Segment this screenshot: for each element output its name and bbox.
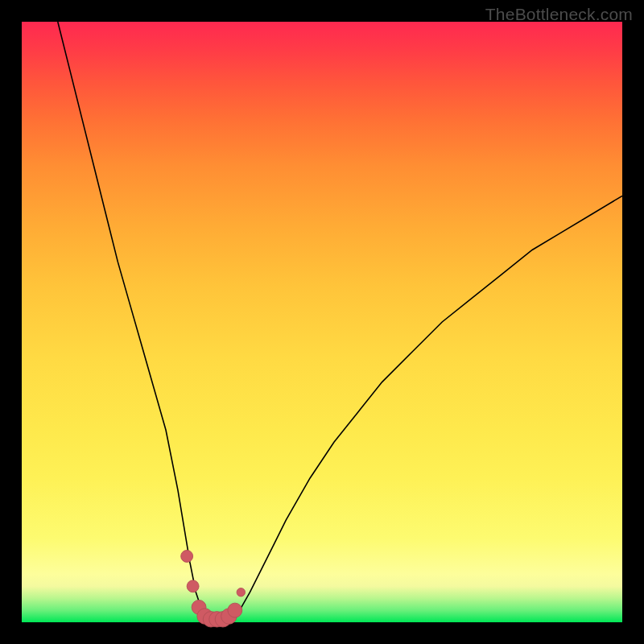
marker-point: [228, 603, 242, 617]
watermark-text: TheBottleneck.com: [485, 5, 633, 24]
chart-svg: [22, 22, 622, 622]
bottleneck-curve: [58, 22, 622, 622]
marker-point: [187, 580, 199, 592]
chart-frame: TheBottleneck.com: [0, 0, 644, 644]
marker-group: [181, 550, 246, 626]
marker-point: [181, 550, 193, 562]
marker-point: [237, 588, 245, 596]
